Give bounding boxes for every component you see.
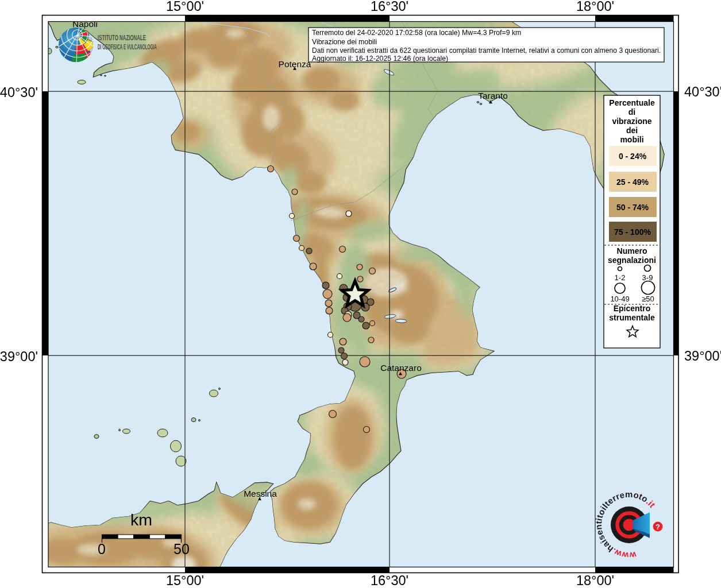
svg-text:Vibrazione dei mobili: Vibrazione dei mobili bbox=[312, 38, 377, 46]
svg-text:ISTITUTO NAZIONALE: ISTITUTO NAZIONALE bbox=[98, 34, 146, 42]
svg-text:15°00': 15°00' bbox=[166, 573, 204, 588]
svg-text:DI GEOFISICA E VULCANOLOGIA: DI GEOFISICA E VULCANOLOGIA bbox=[98, 43, 157, 51]
svg-text:mobili: mobili bbox=[620, 135, 643, 144]
svg-text:0 - 24%: 0 - 24% bbox=[619, 152, 647, 161]
svg-text:18°00': 18°00' bbox=[576, 573, 614, 588]
svg-text:vibrazione: vibrazione bbox=[612, 117, 651, 126]
svg-text:Terremoto del 24-02-2020 17:02: Terremoto del 24-02-2020 17:02:58 (ora l… bbox=[312, 29, 521, 37]
svg-text:39°00': 39°00' bbox=[684, 349, 721, 363]
svg-text:10-49: 10-49 bbox=[610, 295, 629, 303]
svg-text:Numero: Numero bbox=[617, 246, 647, 256]
svg-text:0: 0 bbox=[98, 541, 106, 557]
svg-text:16°30': 16°30' bbox=[371, 573, 408, 588]
svg-text:15°00': 15°00' bbox=[166, 0, 204, 14]
svg-text:?: ? bbox=[656, 523, 660, 531]
svg-text:50: 50 bbox=[173, 541, 190, 557]
svg-text:Dati non verificati estratti d: Dati non verificati estratti da 622 ques… bbox=[312, 47, 661, 55]
svg-text:50 - 74%: 50 - 74% bbox=[616, 203, 649, 212]
svg-text:40°30': 40°30' bbox=[684, 84, 721, 99]
svg-text:segnalazioni: segnalazioni bbox=[608, 256, 656, 265]
svg-text:25 - 49%: 25 - 49% bbox=[616, 177, 649, 187]
svg-text:di: di bbox=[629, 107, 635, 117]
svg-text:16°30': 16°30' bbox=[371, 0, 408, 14]
svg-text:Epicentro: Epicentro bbox=[614, 304, 651, 313]
svg-text:Percentuale: Percentuale bbox=[609, 98, 655, 107]
svg-text:39°00': 39°00' bbox=[0, 349, 38, 364]
svg-text:Aggiornato il: 16-12-2025 12:4: Aggiornato il: 16-12-2025 12:46 (ora loc… bbox=[312, 55, 448, 63]
svg-text:18°00': 18°00' bbox=[576, 0, 614, 14]
svg-text:Messina: Messina bbox=[244, 489, 277, 498]
svg-text:3-9: 3-9 bbox=[642, 273, 653, 282]
svg-text:1-2: 1-2 bbox=[615, 273, 626, 282]
svg-text:75 - 100%: 75 - 100% bbox=[614, 227, 651, 237]
svg-text:40°30': 40°30' bbox=[0, 85, 38, 100]
svg-text:km: km bbox=[130, 510, 152, 529]
svg-text:dei: dei bbox=[626, 126, 638, 135]
svg-text:strumentale: strumentale bbox=[609, 313, 655, 322]
svg-text:Taranto: Taranto bbox=[478, 91, 508, 100]
svg-text:≥50: ≥50 bbox=[642, 295, 654, 303]
svg-text:Catanzaro: Catanzaro bbox=[380, 363, 422, 373]
